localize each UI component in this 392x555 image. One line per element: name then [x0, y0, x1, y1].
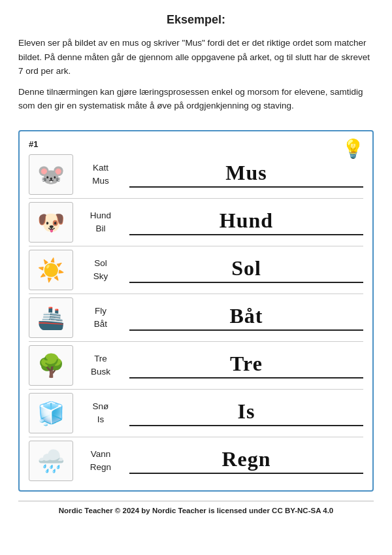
answer-area-6: Regn — [129, 447, 363, 474]
option2-4: Busk — [91, 365, 110, 378]
exercise-row: 🧊 Snø Is Is — [29, 393, 363, 437]
answer-area-5: Is — [129, 399, 363, 426]
option1-3: Fly — [95, 305, 106, 318]
animal-emoji-4: 🌳 — [37, 352, 65, 378]
answer-text-3: Båt — [129, 304, 363, 331]
word-options-6: Vann Regn — [78, 448, 123, 475]
answer-text-1: Hund — [129, 209, 363, 235]
animal-emoji-0: 🐭 — [37, 161, 65, 188]
globe-icon: 💡 — [342, 138, 365, 160]
animal-emoji-2: ☀️ — [37, 257, 65, 283]
description-para-2: Denne tilnærmingen kan gjøre læringspros… — [18, 85, 374, 113]
description-para-1: Eleven ser på bildet av en mus og skrive… — [18, 36, 374, 78]
exercise-row: 🌳 Tre Busk Tre — [29, 345, 363, 390]
option2-0: Mus — [92, 175, 109, 188]
animal-emoji-5: 🧊 — [37, 400, 65, 426]
card-number: #1 — [29, 139, 363, 149]
image-box-4: 🌳 — [29, 345, 73, 386]
animal-emoji-3: 🚢 — [37, 305, 65, 331]
answer-text-6: Regn — [129, 447, 363, 474]
image-box-2: ☀️ — [29, 250, 73, 290]
footer-text: Nordic Teacher © 2024 by Nordic Teacher … — [18, 501, 374, 514]
answer-area-3: Båt — [129, 304, 363, 331]
answer-area-1: Hund — [129, 209, 363, 235]
answer-text-2: Sol — [129, 256, 363, 283]
description-block: Eleven ser på bildet av en mus og skrive… — [18, 36, 374, 120]
exercise-row: 🚢 Fly Båt Båt — [29, 297, 363, 342]
exercise-row: ☀️ Sol Sky Sol — [29, 250, 363, 294]
option1-5: Snø — [93, 400, 109, 413]
option1-4: Tre — [94, 352, 107, 365]
word-options-1: Hund Bil — [78, 209, 123, 236]
answer-text-4: Tre — [129, 352, 363, 378]
page-title: Eksempel: — [18, 13, 374, 27]
exercise-row: 🐶 Hund Bil Hund — [29, 202, 363, 246]
rows-container: 🐭 Katt Mus Mus 🐶 Hund Bil Hund ☀️ — [29, 154, 363, 481]
image-box-0: 🐭 — [29, 154, 73, 195]
exercise-row: 🐭 Katt Mus Mus — [29, 154, 363, 199]
option2-3: Båt — [94, 318, 107, 331]
option2-2: Sky — [93, 270, 108, 283]
answer-text-0: Mus — [129, 161, 363, 188]
option2-1: Bil — [95, 222, 105, 235]
word-options-3: Fly Båt — [78, 305, 123, 331]
word-options-0: Katt Mus — [78, 161, 123, 188]
answer-text-5: Is — [129, 399, 363, 426]
exercise-row: 🌧️ Vann Regn Regn — [29, 441, 363, 481]
image-box-3: 🚢 — [29, 297, 73, 338]
answer-area-4: Tre — [129, 352, 363, 378]
word-options-4: Tre Busk — [78, 352, 123, 379]
word-options-5: Snø Is — [78, 400, 123, 427]
answer-area-2: Sol — [129, 256, 363, 283]
answer-area-0: Mus — [129, 161, 363, 188]
option1-6: Vann — [91, 448, 111, 461]
word-options-2: Sol Sky — [78, 257, 123, 284]
animal-emoji-1: 🐶 — [37, 209, 65, 235]
option1-0: Katt — [93, 161, 108, 175]
image-box-5: 🧊 — [29, 393, 73, 433]
image-box-6: 🌧️ — [29, 441, 73, 481]
option2-5: Is — [97, 413, 105, 426]
animal-emoji-6: 🌧️ — [37, 448, 65, 474]
option1-2: Sol — [94, 257, 107, 270]
image-box-1: 🐶 — [29, 202, 73, 243]
option2-6: Regn — [90, 461, 111, 474]
exercise-card: #1 💡 🐭 Katt Mus Mus 🐶 Hund Bil Hund — [18, 130, 374, 492]
option1-1: Hund — [90, 209, 111, 222]
